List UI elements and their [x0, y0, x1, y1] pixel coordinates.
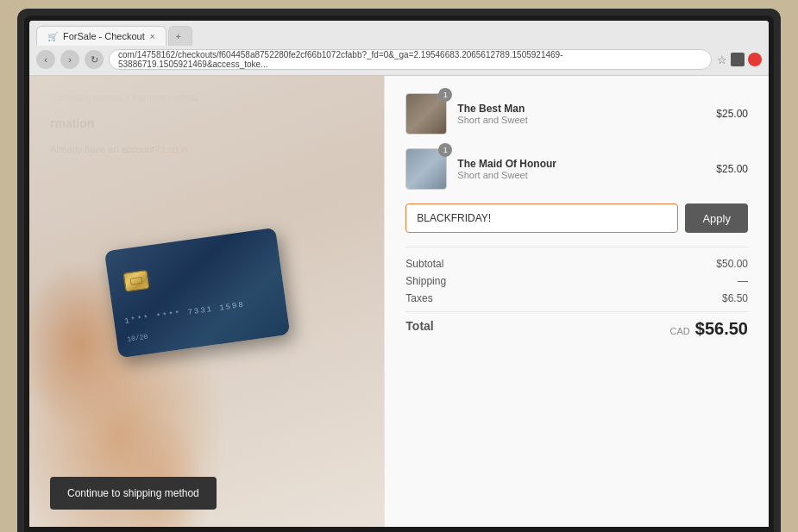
address-bar[interactable]: com/14758162/checkouts/f604458a8752280fe…	[109, 49, 712, 70]
item-2-details: The Maid Of Honour Short and Sweet	[457, 158, 706, 180]
card-chip	[123, 270, 150, 292]
total-value: $56.50	[695, 319, 748, 339]
item-1-name: The Best Man	[457, 103, 706, 115]
item-2-qty-label: 1	[443, 146, 448, 154]
item-1-variant: Short and Sweet	[457, 115, 706, 125]
subtotal-value: $50.00	[716, 258, 748, 270]
shipping-row: Shipping —	[405, 275, 748, 287]
item-2-variant: Short and Sweet	[457, 170, 706, 180]
reload-button[interactable]: ↻	[85, 50, 104, 69]
active-tab[interactable]: 🛒 ForSale - Checkout ×	[36, 26, 167, 46]
continue-to-shipping-button[interactable]: Continue to shipping method	[50, 477, 217, 510]
tab-favicon: 🛒	[47, 32, 58, 41]
order-item-1: 1 The Best Man Short and Sweet $25.00	[405, 93, 748, 135]
continue-button-wrap: Continue to shipping method	[50, 460, 217, 510]
taxes-row: Taxes $6.50	[405, 292, 748, 304]
new-tab-button[interactable]: +	[168, 26, 192, 46]
item-2-image-wrap: 1	[405, 148, 447, 190]
card-numbers: 1*** **** 7331 1598	[124, 297, 276, 326]
new-tab-icon: +	[176, 31, 181, 41]
browser-icons: ☆	[717, 53, 762, 66]
shipping-label: Shipping	[405, 275, 446, 287]
url-text: com/14758162/checkouts/f604458a8752280fe…	[118, 50, 702, 69]
item-2-quantity-badge: 1	[438, 143, 452, 157]
item-2-price: $25.00	[716, 163, 748, 175]
tab-title: ForSale - Checkout	[63, 31, 145, 41]
apply-discount-button[interactable]: Apply	[685, 203, 748, 233]
bookmark-icon[interactable]: ☆	[717, 53, 727, 66]
browser-content: > Shipping method > Payment method rmati…	[29, 76, 769, 527]
extension-red-icon[interactable]	[748, 53, 762, 66]
browser-chrome: 🛒 ForSale - Checkout × + ‹ › ↻ com/14758…	[29, 21, 769, 76]
card-expiry: 10/20	[127, 333, 148, 343]
tab-close-button[interactable]: ×	[150, 32, 155, 41]
total-currency: CAD	[670, 326, 690, 336]
taxes-label: Taxes	[405, 292, 432, 304]
forward-button[interactable]: ›	[60, 50, 79, 69]
browser-tabs: 🛒 ForSale - Checkout × +	[29, 21, 769, 46]
discount-code-input[interactable]	[405, 203, 678, 233]
back-button[interactable]: ‹	[36, 50, 55, 69]
item-1-image-wrap: 1	[405, 93, 447, 135]
browser-controls: ‹ › ↻ com/14758162/checkouts/f604458a875…	[29, 46, 769, 75]
screen-bezel: 🛒 ForSale - Checkout × + ‹ › ↻ com/14758…	[24, 16, 774, 532]
totals-section: Subtotal $50.00 Shipping — Taxes $6.50	[405, 247, 748, 339]
discount-code-row: Apply	[405, 203, 748, 233]
shipping-value: —	[738, 275, 748, 287]
left-panel: > Shipping method > Payment method rmati…	[29, 76, 384, 527]
taxes-value: $6.50	[722, 292, 748, 304]
item-1-price: $25.00	[716, 108, 748, 120]
subtotal-label: Subtotal	[405, 258, 443, 270]
extension-bag-icon[interactable]	[731, 53, 745, 66]
subtotal-row: Subtotal $50.00	[405, 258, 748, 270]
item-1-quantity-badge: 1	[438, 88, 452, 102]
total-label: Total	[405, 319, 433, 339]
laptop-frame: 🛒 ForSale - Checkout × + ‹ › ↻ com/14758…	[17, 9, 781, 532]
order-summary-panel: 1 The Best Man Short and Sweet $25.00	[384, 76, 769, 527]
item-1-details: The Best Man Short and Sweet	[457, 103, 706, 125]
item-1-qty-label: 1	[443, 91, 448, 99]
total-row: Total CAD $56.50	[405, 311, 748, 339]
total-amount: CAD $56.50	[670, 319, 748, 339]
screen: 🛒 ForSale - Checkout × + ‹ › ↻ com/14758…	[29, 21, 769, 527]
order-item-2: 1 The Maid Of Honour Short and Sweet $25…	[405, 148, 748, 190]
item-2-name: The Maid Of Honour	[457, 158, 706, 170]
